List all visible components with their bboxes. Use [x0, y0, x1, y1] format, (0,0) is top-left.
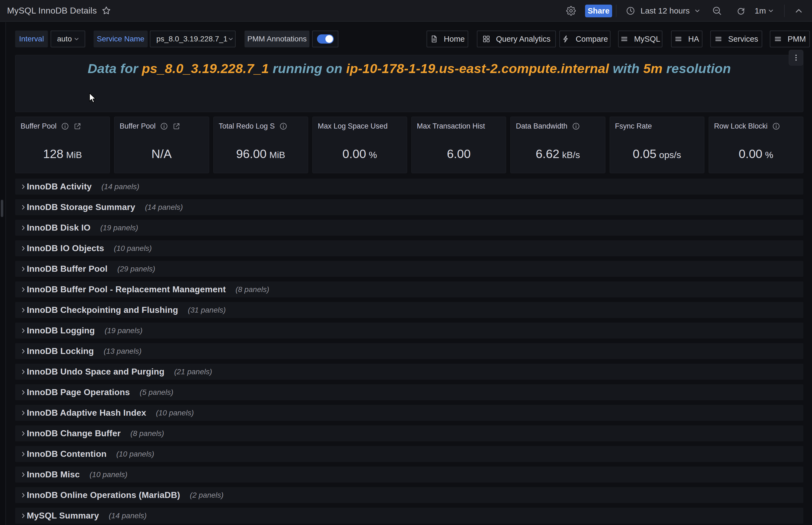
dashboard-row-innodb-change-buffer[interactable]: InnoDB Change Buffer(8 panels) [15, 425, 803, 441]
dashboard-row-innodb-buffer-pool-replacement-management[interactable]: InnoDB Buffer Pool - Replacement Managem… [15, 282, 803, 297]
share-button[interactable]: Share [585, 4, 612, 17]
stat-panel-title-row: Data Bandwidth [516, 121, 605, 131]
row-title: InnoDB Buffer Pool [27, 264, 108, 274]
panel-menu-kebab-icon[interactable] [789, 50, 803, 65]
chevron-right-icon [20, 225, 27, 231]
chevron-right-icon [20, 307, 27, 313]
external-link-icon[interactable] [74, 122, 81, 130]
chevron-right-icon [20, 430, 27, 437]
text-segment: running on [269, 61, 346, 76]
dashboard-row-innodb-contention[interactable]: InnoDB Contention(10 panels) [15, 446, 803, 462]
dashboard-row-innodb-logging[interactable]: InnoDB Logging(19 panels) [15, 322, 803, 339]
toggle-knob [325, 35, 333, 43]
nav-button-query-analytics[interactable]: Query Analytics [477, 31, 556, 47]
stat-panel-value: 6.62kB/s [511, 146, 605, 165]
dashboard-row-innodb-activity[interactable]: InnoDB Activity(14 panels) [15, 179, 803, 195]
nav-button-compare[interactable]: Compare [560, 31, 611, 47]
interval-variable-select[interactable]: auto [50, 31, 85, 47]
dashboard-row-innodb-misc[interactable]: InnoDB Misc(10 panels) [15, 467, 803, 482]
service-name-variable-select[interactable]: ps_8.0_3.19.228.7_1 [150, 31, 235, 47]
left-scroll-handle[interactable] [1, 200, 3, 217]
nav-button-mysql[interactable]: MySQL [618, 31, 662, 47]
stat-panel-title: Row Lock Blocki [714, 122, 768, 131]
row-panel-count: (13 panels) [104, 347, 141, 356]
row-panel-count: (21 panels) [174, 368, 212, 376]
menu-icon [774, 35, 782, 43]
zoom-out-icon[interactable] [712, 6, 722, 16]
stat-panel-title-row: Row Lock Blocki [714, 121, 803, 131]
stat-value-number: 0.00 [342, 147, 366, 161]
dashboard-row-innodb-buffer-pool[interactable]: InnoDB Buffer Pool(29 panels) [15, 261, 803, 277]
info-icon[interactable] [279, 122, 287, 130]
pmm-annotations-toggle[interactable] [312, 31, 338, 47]
row-title: InnoDB Buffer Pool - Replacement Managem… [27, 284, 226, 295]
time-range-picker[interactable]: Last 12 hours [641, 0, 690, 22]
toggle-switch-on[interactable] [317, 34, 334, 44]
stat-panel-title: Max Transaction Hist [417, 122, 485, 131]
collapse-topbar-chevron-up-icon[interactable] [794, 6, 803, 15]
stat-panel-6: Fsync Rate0.05ops/s [610, 117, 704, 173]
nav-button-ha[interactable]: HA [671, 31, 703, 47]
refresh-interval-chevron-down-icon[interactable] [767, 7, 775, 14]
text-segment: ip-10-178-1-19.us-east-2.compute.interna… [346, 61, 609, 76]
dashboard-row-innodb-io-objects[interactable]: InnoDB IO Objects(10 panels) [15, 240, 803, 256]
row-panel-count: (10 panels) [156, 409, 194, 417]
row-title: InnoDB Undo Space and Purging [27, 367, 165, 377]
nav-button-label: Query Analytics [496, 35, 550, 44]
stat-panel-title: Data Bandwidth [516, 122, 567, 131]
text-segment: 5m [643, 61, 662, 76]
row-title: InnoDB Misc [27, 469, 80, 480]
dashboard-row-innodb-storage-summary[interactable]: InnoDB Storage Summary(14 panels) [15, 199, 803, 215]
dashboard-row-innodb-online-operations-mariadb-[interactable]: InnoDB Online Operations (MariaDB)(2 pan… [15, 487, 803, 503]
dashboard-row-innodb-page-operations[interactable]: InnoDB Page Operations(5 panels) [15, 384, 803, 400]
dashboard-row-innodb-adaptive-hash-index[interactable]: InnoDB Adaptive Hash Index(10 panels) [15, 405, 803, 421]
dashboard-row-innodb-locking[interactable]: InnoDB Locking(13 panels) [15, 343, 803, 359]
interval-chevron-down-icon [73, 36, 80, 42]
row-title: InnoDB Contention [27, 449, 107, 459]
dashboard-row-innodb-disk-io[interactable]: InnoDB Disk IO(19 panels) [15, 220, 803, 236]
dashboard-settings-gear-icon[interactable] [566, 6, 576, 16]
row-panel-count: (19 panels) [101, 224, 138, 232]
chevron-right-icon [20, 348, 27, 355]
nav-button-label: MySQL [634, 35, 660, 44]
dashboard-row-innodb-undo-space-and-purging[interactable]: InnoDB Undo Space and Purging(21 panels) [15, 364, 803, 380]
row-panel-count: (14 panels) [145, 203, 183, 212]
info-icon[interactable] [572, 122, 580, 130]
refresh-icon[interactable] [736, 6, 746, 15]
row-title: InnoDB Disk IO [27, 223, 91, 233]
stat-panel-title-row: Total Redo Log S [219, 121, 308, 131]
topbar-divider [616, 4, 616, 17]
time-range-chevron-down-icon[interactable] [694, 7, 701, 14]
chevron-right-icon [20, 451, 27, 457]
info-icon[interactable] [61, 122, 69, 130]
stat-panel-4: Max Transaction Hist6.00 [411, 117, 506, 173]
left-rail [0, 22, 6, 525]
chevron-right-icon [20, 512, 27, 519]
external-link-icon[interactable] [172, 122, 180, 130]
row-title: InnoDB Activity [27, 182, 92, 192]
dashboard-row-innodb-checkpointing-and-flushing[interactable]: InnoDB Checkpointing and Flushing(31 pan… [15, 302, 803, 318]
chevron-right-icon [20, 286, 27, 293]
variables-bar: Interval auto Service Name ps_8.0_3.19.2… [15, 31, 338, 47]
stat-panel-title: Total Redo Log S [219, 122, 275, 131]
topbar-divider-2 [784, 4, 785, 17]
nav-button-pmm[interactable]: PMM [770, 31, 810, 47]
clock-icon[interactable] [626, 6, 635, 15]
text-panel: Data for ps_8.0_3.19.228.7_1 running on … [15, 55, 803, 112]
dashboard-row-mysql-summary[interactable]: MySQL Summary(14 panels) [15, 508, 803, 524]
menu-icon [620, 35, 628, 43]
row-panel-count: (10 panels) [114, 244, 152, 253]
row-title: InnoDB Change Buffer [27, 429, 121, 438]
nav-button-label: PMM [788, 35, 806, 44]
nav-button-home[interactable]: Home [427, 31, 468, 47]
stat-panel-title-row: Buffer Pool [120, 121, 209, 131]
stat-panel-value: N/A [114, 146, 209, 165]
info-icon[interactable] [160, 122, 168, 130]
refresh-interval-picker[interactable]: 1m [755, 0, 766, 22]
stat-value-unit: ops/s [659, 150, 681, 160]
info-icon[interactable] [772, 122, 780, 130]
stat-panel-value: 96.00MiB [214, 146, 308, 165]
nav-button-services[interactable]: Services [710, 31, 762, 47]
bolt-icon [562, 35, 570, 43]
row-title: InnoDB Storage Summary [27, 202, 135, 212]
